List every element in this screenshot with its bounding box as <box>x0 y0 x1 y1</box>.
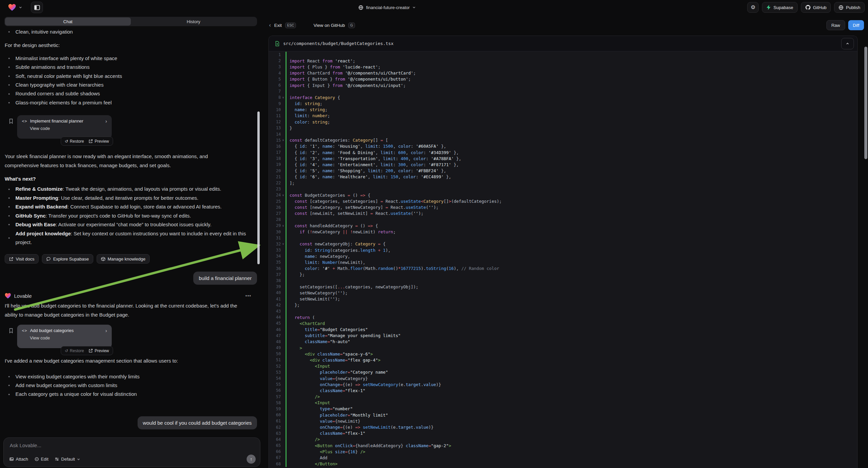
github-icon <box>805 5 811 10</box>
line-number: 46 <box>269 327 281 332</box>
diff-added-bar <box>285 424 286 430</box>
code-text: id: string; <box>289 101 322 106</box>
diff-added-bar <box>285 229 286 235</box>
chat-scrollbar[interactable] <box>257 112 260 264</box>
line-number: 43 <box>269 309 281 314</box>
bullet-dot <box>8 31 10 33</box>
fold-toggle-icon[interactable]: ∨ <box>281 224 285 227</box>
manage-knowledge-button[interactable]: Manage knowledge <box>97 254 150 264</box>
code-file-card: src/components/budget/BudgetCategories.t… <box>269 36 858 468</box>
bullet-dot <box>8 206 10 207</box>
view-on-github-button[interactable]: View on GitHub <box>313 23 345 28</box>
exit-button[interactable]: Exit <box>274 23 282 28</box>
view-code-link[interactable]: View code <box>30 126 107 131</box>
bookmark-icon[interactable] <box>8 118 14 124</box>
code-text: </Button> <box>289 461 338 466</box>
lovable-logo-icon[interactable] <box>8 4 16 11</box>
publish-button[interactable]: Publish <box>834 2 865 13</box>
feature-bullet-list: View existing budget categories with the… <box>5 372 257 399</box>
diff-added-bar <box>285 155 286 162</box>
line-number: 47 <box>269 333 281 338</box>
code-line: 53 placeholder="Category name" <box>269 369 857 375</box>
tab-history[interactable]: History <box>131 18 257 26</box>
send-button[interactable]: ↑ <box>247 455 256 464</box>
code-editor[interactable]: 12import React from 'react';3import { Pl… <box>269 51 857 468</box>
code-text: <div className="space-y-6"> <box>289 351 373 356</box>
version-card-add-budget-categories[interactable]: <> Add budget categories › View code <box>17 325 112 348</box>
fold-toggle-icon[interactable]: ∨ <box>281 242 285 245</box>
line-number: 34 <box>269 254 281 259</box>
line-number: 6 <box>269 83 281 88</box>
list-item: Each category gets a unique color for vi… <box>5 390 257 399</box>
visit-docs-button[interactable]: Visit docs <box>5 254 39 264</box>
restore-button[interactable]: ↺ Restore <box>65 139 84 144</box>
preview-button[interactable]: Preview <box>89 349 109 353</box>
line-number: 7 <box>269 89 281 94</box>
settings-button[interactable]: ⚙ <box>747 2 758 13</box>
supabase-bolt-icon <box>766 5 771 10</box>
code-text: > <box>289 346 302 351</box>
tab-chat[interactable]: Chat <box>5 18 131 26</box>
code-text: className="h-auto" <box>289 339 350 344</box>
line-number: 50 <box>269 351 281 356</box>
line-number: 22 <box>269 181 281 185</box>
supabase-label: Supabase <box>773 5 793 10</box>
line-number: 37 <box>269 272 281 277</box>
line-number: 4 <box>269 71 281 76</box>
code-line: 1 <box>269 52 857 58</box>
message-menu-button[interactable]: ••• <box>245 293 251 298</box>
project-switcher[interactable]: financial-future-creator <box>358 0 416 15</box>
code-text: }; <box>289 302 300 308</box>
supabase-button[interactable]: Supabase <box>762 2 798 13</box>
chat-input[interactable]: Ask Lovable... <box>4 438 260 448</box>
code-text: name: newCategory, <box>289 254 350 259</box>
line-number: 64 <box>269 437 281 442</box>
code-line: 5import { Button } from '@/components/ui… <box>269 76 857 82</box>
list-item-text: View existing budget categories with the… <box>16 372 140 381</box>
fold-toggle-icon[interactable]: ∨ <box>281 139 285 142</box>
version-actions-pill: ↺ Restore Preview <box>61 137 113 146</box>
code-line: 10 name: string; <box>269 107 857 113</box>
code-line: 25 const [categories, setCategories] = R… <box>269 198 857 204</box>
restore-button[interactable]: ↺ Restore <box>65 349 84 353</box>
fold-toggle-icon[interactable]: ∨ <box>281 194 285 197</box>
project-name: financial-future-creator <box>366 5 410 10</box>
preview-button[interactable]: Preview <box>89 139 109 144</box>
version-card-implement-financial-planner[interactable]: <> Implement financial planner › View co… <box>17 115 112 139</box>
list-item-text: Each category gets a unique color for vi… <box>16 390 137 399</box>
code-text: <ChartCard <box>289 321 325 326</box>
toggle-sidebar-button[interactable] <box>31 2 43 13</box>
list-item: Master Prompting: Use clear, detailed, a… <box>5 194 257 202</box>
collapse-file-button[interactable] <box>841 38 854 49</box>
code-line: 68 </Button> <box>269 461 857 467</box>
code-line: 6import { Input } from '@/components/ui/… <box>269 82 857 88</box>
diff-toggle-button[interactable]: Diff <box>848 20 864 30</box>
code-line: 62 onChange={(e) => setNewLimit(e.target… <box>269 424 857 430</box>
chevron-down-icon <box>412 6 416 9</box>
code-text: { id: '5', name: 'Shopping', limit: 200,… <box>289 168 446 173</box>
bookmark-icon[interactable] <box>8 328 14 333</box>
mode-select[interactable]: Default <box>55 457 80 462</box>
code-line: 64 /> <box>269 436 857 442</box>
raw-toggle-button[interactable]: Raw <box>827 20 845 30</box>
code-header-right: Raw Diff <box>827 20 864 30</box>
diff-added-bar <box>285 455 286 461</box>
chevron-down-icon[interactable] <box>19 6 22 9</box>
diff-added-bar <box>285 186 286 192</box>
view-code-link[interactable]: View code <box>30 335 107 341</box>
restore-icon: ↺ <box>65 139 68 143</box>
line-number: 20 <box>269 169 281 173</box>
chat-composer[interactable]: Ask Lovable... Attach Edit Default <box>3 437 260 467</box>
github-button[interactable]: GitHub <box>801 2 831 13</box>
code-scrollbar[interactable] <box>864 47 867 159</box>
explore-supabase-button[interactable]: Explore Supabase <box>42 254 93 264</box>
attach-button[interactable]: Attach <box>9 457 28 462</box>
code-text: setNewCategory(''); <box>289 290 348 295</box>
fold-toggle-icon[interactable]: ∨ <box>281 96 285 99</box>
edit-button[interactable]: Edit <box>35 457 48 462</box>
restore-icon: ↺ <box>65 349 68 353</box>
code-text: } <box>289 125 292 130</box>
code-text: /> <box>289 437 320 442</box>
line-number: 21 <box>269 175 281 179</box>
file-header[interactable]: src/components/budget/BudgetCategories.t… <box>269 36 857 51</box>
